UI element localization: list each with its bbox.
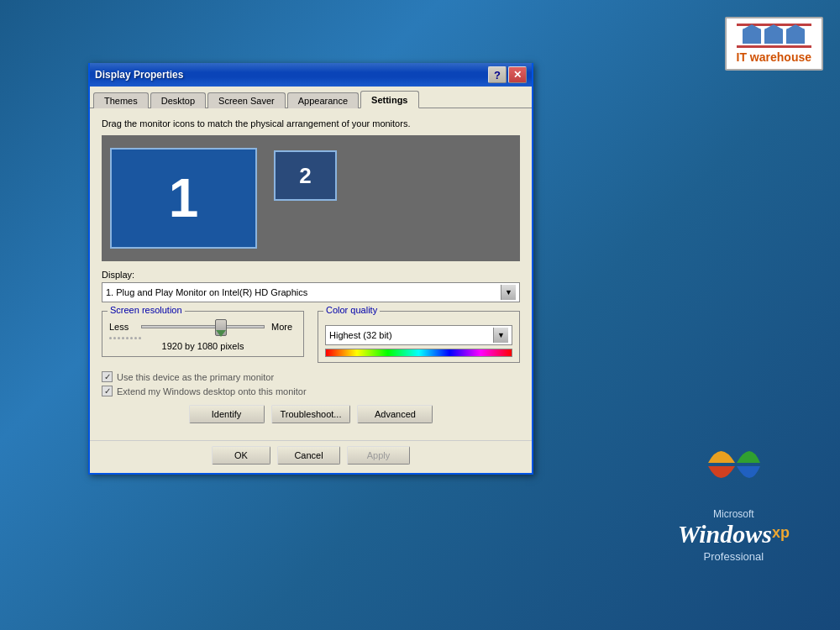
resolution-value: 1920 by 1080 pixels — [109, 341, 297, 351]
dot-7 — [134, 337, 137, 339]
tab-screen-saver[interactable]: Screen Saver — [207, 92, 286, 108]
color-quality-label: Color quality — [323, 305, 380, 315]
less-label: Less — [109, 322, 134, 332]
extend-desktop-checkbox-row: ✓ Extend my Windows desktop onto this mo… — [102, 386, 520, 396]
dialog-title: Display Properties — [95, 69, 183, 81]
dot-3 — [118, 337, 120, 339]
action-buttons-row: Identify Troubleshoot... Advanced — [102, 405, 520, 423]
svg-point-0 — [701, 433, 765, 496]
monitor-preview-area: 1 2 — [102, 135, 520, 261]
primary-monitor-label: Use this device as the primary monitor — [117, 372, 274, 382]
color-dropdown-arrow-icon: ▼ — [493, 328, 508, 343]
dialog-controls: ? ✕ — [488, 66, 527, 83]
color-quality-section: Color quality Highest (32 bit) ▼ — [318, 311, 520, 363]
winxp-edition-text: Professional — [678, 550, 790, 563]
house-icon-3 — [786, 29, 805, 44]
display-dropdown[interactable]: 1. Plug and Play Monitor on Intel(R) HD … — [102, 282, 520, 302]
help-button[interactable]: ? — [488, 66, 507, 83]
tab-appearance[interactable]: Appearance — [287, 92, 359, 108]
dialog-content: Drag the monitor icons to match the phys… — [90, 108, 532, 440]
settings-columns: Screen resolution Less More — [102, 311, 520, 363]
display-label: Display: — [102, 270, 520, 280]
resolution-slider-thumb[interactable] — [215, 319, 227, 336]
windows-word: Windows — [678, 520, 772, 548]
dot-5 — [126, 337, 129, 339]
it-warehouse-label: IT warehouse — [737, 50, 811, 64]
tab-settings[interactable]: Settings — [360, 91, 418, 108]
close-button[interactable]: ✕ — [508, 66, 527, 83]
it-warehouse-logo: IT warehouse — [725, 17, 823, 71]
identify-button[interactable]: Identify — [189, 405, 265, 423]
screen-resolution-group: Screen resolution Less More — [102, 311, 304, 357]
dot-2 — [113, 337, 116, 339]
resolution-slider-track — [141, 325, 265, 328]
dialog-footer: OK Cancel Apply — [90, 440, 532, 473]
dot-8 — [139, 337, 141, 339]
house-icon-2 — [764, 29, 783, 44]
winxp-microsoft-text: Microsoft — [678, 508, 790, 520]
color-quality-value: Highest (32 bit) — [329, 330, 392, 340]
dot-4 — [122, 337, 124, 339]
dot-1 — [109, 337, 112, 339]
tab-themes[interactable]: Themes — [93, 92, 149, 108]
primary-monitor-checkbox-row: ✓ Use this device as the primary monitor — [102, 371, 520, 382]
color-spectrum-bar — [325, 349, 512, 357]
screen-resolution-label: Screen resolution — [108, 305, 185, 315]
color-quality-dropdown[interactable]: Highest (32 bit) ▼ — [325, 325, 512, 345]
troubleshoot-button[interactable]: Troubleshoot... — [271, 405, 351, 423]
winxp-windows-text: Windowsxp — [678, 520, 790, 549]
more-label: More — [271, 322, 297, 332]
house-icon-1 — [743, 29, 761, 44]
slider-dots — [109, 337, 297, 339]
monitor-1-label: 1 — [169, 167, 199, 229]
extend-desktop-checkbox[interactable]: ✓ — [102, 386, 113, 396]
monitor-2-icon[interactable]: 2 — [274, 150, 337, 201]
apply-button[interactable]: Apply — [347, 446, 410, 465]
display-dropdown-arrow-icon: ▼ — [501, 285, 516, 300]
ok-button[interactable]: OK — [212, 446, 270, 465]
advanced-button[interactable]: Advanced — [357, 405, 433, 423]
extend-desktop-label: Extend my Windows desktop onto this moni… — [117, 386, 307, 396]
winxp-logo: Microsoft Windowsxp Professional — [678, 431, 790, 563]
monitor-1-icon[interactable]: 1 — [110, 148, 257, 249]
color-quality-content: Highest (32 bit) ▼ — [325, 325, 512, 357]
screen-resolution-section: Screen resolution Less More — [102, 311, 304, 363]
dialog-titlebar: Display Properties ? ✕ — [90, 63, 532, 87]
xp-text: xp — [772, 524, 790, 541]
warehouse-icons — [737, 29, 811, 44]
primary-monitor-checkbox[interactable]: ✓ — [102, 371, 113, 382]
winxp-flag-icon — [700, 431, 767, 498]
tab-desktop[interactable]: Desktop — [150, 92, 206, 108]
cancel-button[interactable]: Cancel — [277, 446, 340, 465]
tabs-bar: Themes Desktop Screen Saver Appearance S… — [90, 87, 532, 108]
dot-6 — [130, 337, 133, 339]
monitor-description: Drag the monitor icons to match the phys… — [102, 118, 520, 129]
color-quality-group: Color quality Highest (32 bit) ▼ — [318, 311, 520, 363]
monitor-2-label: 2 — [299, 163, 311, 189]
display-properties-dialog: Display Properties ? ✕ Themes Desktop Sc… — [88, 63, 533, 475]
display-dropdown-value: 1. Plug and Play Monitor on Intel(R) HD … — [106, 287, 307, 297]
resolution-slider-row: Less More — [109, 322, 297, 332]
